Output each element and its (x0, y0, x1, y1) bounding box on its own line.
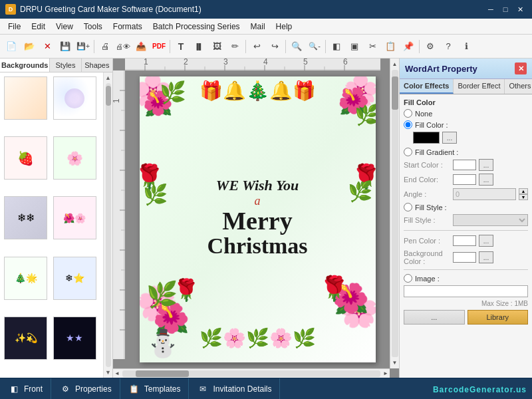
pdf-button[interactable]: PDF (150, 38, 168, 55)
background-thumb-5[interactable]: ❄❄ (4, 196, 47, 239)
end-color-swatch[interactable] (453, 174, 476, 185)
close-button[interactable]: ✕ (513, 3, 527, 15)
settings-button[interactable]: ⚙ (422, 38, 439, 55)
print-preview-button[interactable]: 🖨👁 (114, 38, 132, 55)
menu-view[interactable]: View (51, 21, 78, 33)
menu-file[interactable]: File (3, 21, 26, 33)
help-button[interactable]: ? (440, 38, 457, 55)
undo-button[interactable]: ↩ (248, 38, 265, 55)
background-thumb-7[interactable]: 🎄🌟 (4, 257, 47, 300)
left-scrollbar[interactable]: ▲ ▼ (103, 72, 112, 378)
pen-color-dots[interactable]: ... (479, 235, 493, 247)
scroll-down-arrow[interactable]: ▼ (104, 368, 112, 376)
angle-down[interactable]: ▼ (519, 194, 528, 200)
bg-color-swatch[interactable] (453, 252, 476, 263)
tab-styles[interactable]: Styles (50, 59, 81, 72)
fill-color-radio[interactable] (404, 120, 412, 129)
menu-formats[interactable]: Formats (108, 21, 148, 33)
menu-tools[interactable]: Tools (78, 21, 108, 33)
menu-batch[interactable]: Batch Processing Series (148, 21, 245, 33)
fill-color-dots-button[interactable]: ... (442, 132, 457, 144)
templates-tab[interactable]: 📋 Templates (120, 378, 190, 399)
front-tab[interactable]: ◧ Front (0, 378, 51, 399)
copy-button[interactable]: 📋 (382, 38, 399, 55)
canvas-vscroll-thumb[interactable] (392, 76, 398, 110)
canvas-scroll-down[interactable]: ▼ (391, 358, 399, 367)
start-color-dots[interactable]: ... (479, 159, 493, 171)
tab-shapes[interactable]: Shapes (82, 59, 112, 72)
about-button[interactable]: ℹ (458, 38, 475, 55)
tab-backgrounds[interactable]: Backgrounds (0, 59, 50, 72)
tab-border-effect[interactable]: Border Effect (454, 79, 505, 94)
invitation-tab[interactable]: ✉ Invitation Details (189, 378, 280, 399)
canvas-scroll-vertical[interactable]: ▲ ▼ (390, 59, 399, 368)
library-button[interactable]: Library (467, 310, 529, 325)
canvas-scroll-left[interactable]: ◄ (113, 369, 121, 378)
start-color-swatch[interactable] (453, 160, 476, 170)
print-button[interactable]: 🖨 (96, 38, 114, 55)
save-as-button[interactable]: 💾+ (74, 38, 92, 55)
redo-button[interactable]: ↪ (266, 38, 283, 55)
zoom-out-button[interactable]: 🔍- (306, 38, 323, 55)
image-dots-button[interactable]: ... (404, 310, 465, 325)
align-left-button[interactable]: ◧ (328, 38, 345, 55)
barcode-brand-text: BarcodeGenerator.us (433, 382, 527, 396)
wordart-close-button[interactable]: ✕ (515, 63, 527, 74)
svg-rect-19 (113, 70, 125, 359)
close-doc-button[interactable]: ✕ (39, 38, 56, 55)
draw-tool[interactable]: ✏ (226, 38, 243, 55)
end-color-dots[interactable]: ... (479, 174, 493, 186)
open-button[interactable]: 📂 (21, 38, 38, 55)
zoom-in-button[interactable]: 🔍 (288, 38, 305, 55)
new-button[interactable]: 📄 (3, 38, 20, 55)
align-center-button[interactable]: ▣ (346, 38, 363, 55)
export-button[interactable]: 📤 (132, 38, 150, 55)
fill-gradient-radio[interactable] (404, 148, 412, 156)
background-thumb-1[interactable] (4, 76, 47, 120)
fill-color-swatch[interactable] (413, 132, 440, 144)
text-tool[interactable]: T (172, 38, 190, 55)
menu-edit[interactable]: Edit (26, 21, 51, 33)
bottom-buttons: ... Library (404, 310, 528, 325)
start-color-row: Start Color : ... (404, 159, 528, 171)
canvas-hscroll-thumb[interactable] (136, 370, 189, 377)
background-thumb-8[interactable]: ❄⭐ (53, 257, 96, 300)
maximize-button[interactable]: □ (499, 3, 512, 15)
canvas-scroll-right[interactable]: ► (382, 369, 390, 378)
background-thumb-9[interactable]: ✨💫 (4, 317, 47, 360)
background-thumb-3[interactable]: 🍓 (4, 136, 47, 180)
scroll-track (106, 83, 111, 367)
menu-help[interactable]: Help (271, 21, 298, 33)
barcode-tool[interactable]: ▐▌ (190, 38, 207, 55)
menu-mail[interactable]: Mail (245, 21, 271, 33)
image-path-input[interactable] (404, 285, 528, 297)
card-canvas[interactable]: 🎁🔔🎄🔔🎁 🌸 🌺 🌿 🌸 🌺 🌿 🌹 🌿 (140, 76, 376, 362)
paste-button[interactable]: 📌 (400, 38, 417, 55)
svg-text:6: 6 (343, 59, 348, 66)
none-radio[interactable] (404, 109, 412, 118)
tab-color-effects[interactable]: Color Effects (400, 79, 454, 94)
properties-tab[interactable]: ⚙ Properties (51, 378, 120, 399)
angle-up[interactable]: ▲ (519, 188, 528, 194)
background-thumb-2[interactable] (53, 76, 96, 120)
canvas-scroll-up[interactable]: ▲ (391, 60, 399, 68)
fill-style-radio[interactable] (404, 203, 412, 211)
background-thumb-6[interactable]: 🌺🌸 (53, 196, 96, 239)
fill-color-swatch-row: ... (404, 132, 528, 144)
thumbnail-grid: 🍓 🌸 ❄❄ 🌺🌸 🎄🌟 ❄⭐ (0, 72, 103, 378)
minimize-button[interactable]: ─ (484, 3, 497, 15)
tab-others[interactable]: Others (505, 79, 532, 94)
pen-color-swatch[interactable] (453, 235, 476, 246)
angle-input[interactable] (453, 188, 516, 200)
background-thumb-4[interactable]: 🌸 (53, 136, 96, 180)
scroll-thumb[interactable] (106, 86, 111, 106)
fill-style-select[interactable] (453, 214, 528, 226)
bg-color-dots[interactable]: ... (479, 251, 493, 263)
image-radio[interactable] (404, 274, 412, 283)
image-tool[interactable]: 🖼 (208, 38, 225, 55)
cut-button[interactable]: ✂ (364, 38, 381, 55)
background-thumb-10[interactable]: ★★ (53, 317, 96, 360)
canvas-scroll-horizontal[interactable]: ◄ ► (113, 368, 390, 378)
save-button[interactable]: 💾 (57, 38, 74, 55)
scroll-up-arrow[interactable]: ▲ (104, 74, 112, 82)
